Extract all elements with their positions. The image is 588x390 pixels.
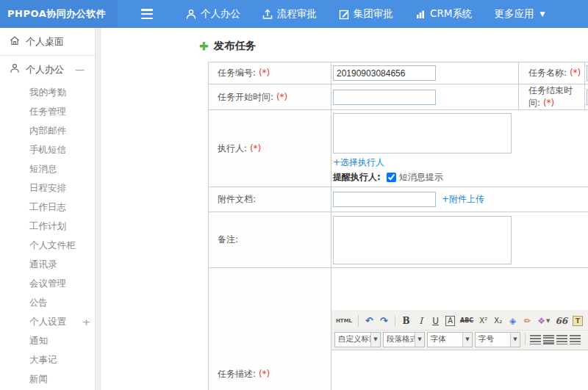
sidebar-item-schedule[interactable]: 日程安排 <box>0 178 95 198</box>
table-row: 任务编号: (*) 任务名称: (*) <box>209 62 588 84</box>
chevron-down-icon: ▼ <box>370 333 380 347</box>
table-row: 备注: <box>209 212 588 268</box>
sidebar-item-personal-settings[interactable]: 个人设置 + <box>0 312 95 331</box>
nav-label: 更多应用 <box>494 7 534 21</box>
chevron-down-icon: ▼ <box>462 333 472 347</box>
nav-personal-office[interactable]: 个人办公 <box>175 0 251 28</box>
expand-icon[interactable]: + <box>82 317 90 328</box>
blockquote-button[interactable]: 66 <box>553 314 569 328</box>
sidebar-item-my-attendance[interactable]: 我的考勤 <box>0 83 95 102</box>
sidebar-item-work-log[interactable]: 工作日志 <box>0 198 95 217</box>
app-logo: PHPOA协同办公软件 <box>0 0 118 28</box>
sidebar-item-label: 个人办公 <box>26 63 64 76</box>
sidebar-item-announcement[interactable]: 公告 <box>0 293 95 312</box>
sidebar-item-label: 内部邮件 <box>29 125 66 137</box>
app-window: PHPOA协同办公软件 个人办公 流程审批 集团审批 <box>0 0 588 390</box>
publish-task-form: 任务编号: (*) 任务名称: (*) 任务开始时间: (*) <box>208 62 588 390</box>
attachment-upload-link[interactable]: +附件上传 <box>442 193 484 206</box>
remove-format-icon[interactable]: ◈ <box>506 314 519 328</box>
sidebar-item-memorabilia[interactable]: 大事记 <box>0 350 95 369</box>
sidebar-item-meeting-management[interactable]: 会议管理 <box>0 274 95 293</box>
nav-label: 流程审批 <box>277 7 317 21</box>
end-time-label: 任务结束时间: (*) <box>519 84 585 110</box>
table-row: 任务描述: (*) HTML ↶ ↷ B <box>209 268 588 390</box>
undo-icon[interactable]: ↶ <box>363 314 376 328</box>
task-no-input[interactable] <box>333 65 436 81</box>
table-row: 执行人: (*) +选择执行人 提醒执行人: 短消息提示 <box>209 110 588 187</box>
italic-button[interactable]: I <box>415 314 427 328</box>
sidebar-item-contacts[interactable]: 通讯录 <box>0 255 95 274</box>
sidebar-item-label: 公告 <box>29 297 48 309</box>
sidebar-item-label: 日程安排 <box>29 182 66 195</box>
align-right-icon[interactable] <box>556 335 567 344</box>
top-header: PHPOA协同办公软件 个人办公 流程审批 集团审批 <box>0 0 588 28</box>
sidebar: 个人桌面 个人办公 — 我的考勤 任务管理 内部邮件 手机短信 短消息 日程安排… <box>0 28 96 390</box>
nav-crm-system[interactable]: CRM系统 <box>404 0 483 28</box>
sidebar-item-work-plan[interactable]: 工作计划 <box>0 217 95 236</box>
attachment-input[interactable] <box>333 192 436 207</box>
table-row: 附件文档: +附件上传 <box>209 187 588 212</box>
nav-workflow-approval[interactable]: 流程审批 <box>251 0 328 28</box>
sidebar-item-task-management[interactable]: 任务管理 <box>0 102 95 121</box>
sidebar-item-label: 手机短信 <box>29 144 66 156</box>
underline-button[interactable]: U <box>429 314 442 328</box>
menu-toggle-icon[interactable] <box>141 9 156 19</box>
subscript-button[interactable]: X₂ <box>492 314 504 328</box>
sidebar-item-label: 会议管理 <box>29 278 66 290</box>
bold-button[interactable]: B <box>400 314 412 328</box>
font-style-button[interactable]: A <box>445 316 455 326</box>
editor-content-area[interactable] <box>331 350 588 390</box>
sidebar-item-desktop[interactable]: 个人桌面 <box>0 28 95 55</box>
task-name-label: 任务名称: (*) <box>519 62 585 84</box>
sidebar-item-mobile-sms[interactable]: 手机短信 <box>0 140 95 159</box>
sidebar-item-label: 短消息 <box>29 163 57 176</box>
plus-icon: ✚ <box>199 40 209 53</box>
redo-icon[interactable]: ↷ <box>378 314 390 328</box>
task-no-label: 任务编号: (*) <box>209 62 331 84</box>
sidebar-item-label: 个人文件柜 <box>29 239 76 252</box>
format-painter-icon[interactable]: ✏ <box>521 314 534 328</box>
bar-chart-icon <box>415 9 426 20</box>
sidebar-item-notice[interactable]: 通知 <box>0 331 95 350</box>
sidebar-item-personal-cabinet[interactable]: 个人文件柜 <box>0 236 95 255</box>
top-nav: 个人办公 流程审批 集团审批 CRM系统 更多应用 <box>175 0 556 28</box>
sidebar-item-short-message[interactable]: 短消息 <box>0 159 95 178</box>
sidebar-item-personal-office[interactable]: 个人办公 — <box>0 56 95 83</box>
sidebar-item-news[interactable]: 新闻 <box>0 369 95 389</box>
auto-typeset-icon[interactable]: ❖▼ <box>536 314 551 328</box>
custom-title-select[interactable]: 自定义标题▼ <box>334 332 381 347</box>
sidebar-item-internal-mail[interactable]: 内部邮件 <box>0 121 95 140</box>
workflow-approve-icon <box>262 9 273 20</box>
font-size-select[interactable]: 字号▼ <box>475 332 520 347</box>
divider <box>358 315 359 327</box>
collapse-icon[interactable]: — <box>75 64 85 75</box>
sms-remind-checkbox[interactable] <box>387 173 396 182</box>
html-source-button[interactable]: HTML <box>334 314 354 328</box>
executor-textarea[interactable] <box>333 113 512 154</box>
font-family-select[interactable]: 字体▼ <box>427 332 473 347</box>
start-time-label: 任务开始时间: (*) <box>209 84 331 110</box>
executor-label: 执行人: (*) <box>209 110 331 187</box>
task-description-label: 任务描述: (*) <box>209 268 331 390</box>
sidebar-item-label: 个人桌面 <box>26 35 64 48</box>
remark-textarea[interactable] <box>333 216 512 264</box>
align-justify-icon[interactable] <box>570 335 581 344</box>
paste-text-icon[interactable]: T <box>573 316 583 326</box>
superscript-button[interactable]: X² <box>477 314 490 328</box>
nav-label: 个人办公 <box>201 7 240 21</box>
divider <box>395 315 395 327</box>
sidebar-item-label: 通讯录 <box>29 259 57 271</box>
choose-executor-link[interactable]: +选择执行人 <box>333 157 384 167</box>
home-icon <box>10 35 20 48</box>
strikethrough-button[interactable]: ABC <box>459 314 475 328</box>
paragraph-format-select[interactable]: 段落格式▼ <box>383 332 425 347</box>
user-icon <box>186 9 196 20</box>
nav-group-approval[interactable]: 集团审批 <box>328 0 404 28</box>
nav-label: CRM系统 <box>430 7 472 21</box>
align-left-icon[interactable] <box>530 335 541 344</box>
page-title: ✚ 发布任务 <box>199 39 588 53</box>
nav-more-apps[interactable]: 更多应用 ▼ <box>483 0 556 28</box>
edit-square-icon <box>339 9 349 20</box>
align-center-icon[interactable] <box>543 335 554 344</box>
start-time-input[interactable] <box>333 90 436 105</box>
